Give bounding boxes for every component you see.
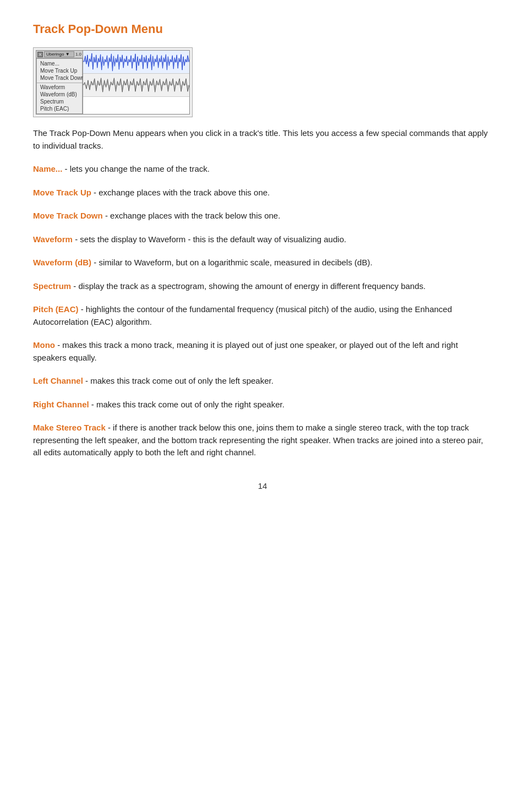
menu-item-move-down: Move Track Down bbox=[37, 74, 82, 81]
term-pitch: Pitch (EAC) bbox=[33, 304, 79, 314]
desc-waveform-db: - similar to Waveform, but on a logarith… bbox=[94, 258, 372, 267]
track-version: 1.0 bbox=[75, 52, 81, 57]
term-move-down: Move Track Down bbox=[33, 211, 103, 220]
page-number: 14 bbox=[33, 481, 492, 491]
term-move-up: Move Track Up bbox=[33, 188, 91, 197]
close-icon: x bbox=[37, 52, 43, 57]
screenshot-illustration: x Uberingo ▼ 1.0 Name... Move Track Up M… bbox=[33, 47, 193, 117]
section-waveform: Waveform - sets the display to Waveform … bbox=[33, 233, 492, 246]
section-move-up: Move Track Up - exchange places with the… bbox=[33, 187, 492, 199]
section-mono: Mono - makes this track a mono track, me… bbox=[33, 339, 492, 364]
menu-item-waveform: Waveform bbox=[37, 83, 82, 91]
section-make-stereo: Make Stereo Track - if there is another … bbox=[33, 422, 492, 459]
track-header: x Uberingo ▼ 1.0 bbox=[36, 51, 83, 58]
desc-left-channel: - makes this track come out of only the … bbox=[85, 376, 274, 385]
section-name: Name... - lets you change the name of th… bbox=[33, 163, 492, 176]
dropdown-menu: Name... Move Track Up Move Track Down Wa… bbox=[36, 58, 83, 114]
term-left-channel: Left Channel bbox=[33, 376, 83, 385]
desc-name: - lets you change the name of the track. bbox=[65, 164, 210, 173]
menu-item-spectrum: Spectrum bbox=[37, 98, 82, 105]
desc-pitch: - highlights the contour of the fundamen… bbox=[33, 304, 452, 326]
term-make-stereo: Make Stereo Track bbox=[33, 423, 106, 432]
intro-description: The Track Pop-Down Menu appears when you… bbox=[33, 127, 492, 152]
page-title: Track Pop-Down Menu bbox=[33, 22, 492, 36]
desc-move-up: - exchange places with the track above t… bbox=[94, 188, 270, 197]
waveform-track-bottom bbox=[83, 74, 189, 97]
desc-move-down: - exchange places with the track below t… bbox=[105, 211, 281, 220]
term-mono: Mono bbox=[33, 340, 55, 350]
section-waveform-db: Waveform (dB) - similar to Waveform, but… bbox=[33, 257, 492, 269]
menu-item-waveform-db: Waveform (dB) bbox=[37, 91, 82, 98]
section-right-channel: Right Channel - makes this track come ou… bbox=[33, 399, 492, 411]
waveform-track-top bbox=[83, 51, 189, 74]
menu-item-pitch: Pitch (EAC) bbox=[37, 105, 82, 112]
menu-item-move-up: Move Track Up bbox=[37, 67, 82, 74]
track-name: Uberingo ▼ bbox=[44, 51, 74, 57]
term-right-channel: Right Channel bbox=[33, 400, 89, 409]
section-pitch: Pitch (EAC) - highlights the contour of … bbox=[33, 303, 492, 328]
desc-waveform: - sets the display to Waveform - this is… bbox=[75, 235, 346, 244]
section-left-channel: Left Channel - makes this track come out… bbox=[33, 375, 492, 388]
term-waveform: Waveform bbox=[33, 235, 73, 244]
menu-item-name: Name... bbox=[37, 60, 82, 67]
desc-right-channel: - makes this track come out of only the … bbox=[91, 400, 285, 409]
waveform-area bbox=[83, 51, 189, 114]
desc-spectrum: - display the track as a spectrogram, sh… bbox=[73, 281, 425, 291]
term-waveform-db: Waveform (dB) bbox=[33, 258, 91, 267]
section-move-down: Move Track Down - exchange places with t… bbox=[33, 210, 492, 222]
section-spectrum: Spectrum - display the track as a spectr… bbox=[33, 280, 492, 293]
desc-mono: - makes this track a mono track, meaning… bbox=[33, 340, 458, 362]
track-panel: x Uberingo ▼ 1.0 Name... Move Track Up M… bbox=[36, 51, 83, 114]
term-spectrum: Spectrum bbox=[33, 281, 71, 291]
term-name: Name... bbox=[33, 164, 62, 173]
